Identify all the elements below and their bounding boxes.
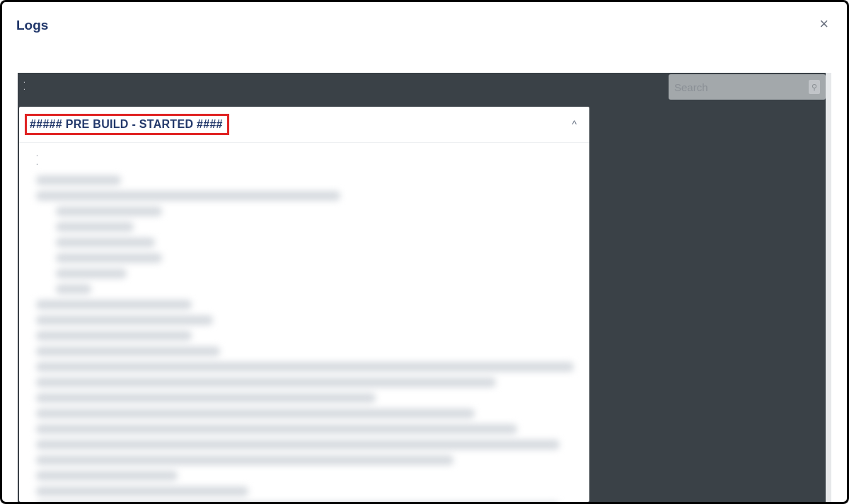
log-section-highlight: ##### PRE BUILD - STARTED #### <box>25 114 229 135</box>
search-input[interactable] <box>674 81 809 93</box>
log-dot: . <box>36 150 579 158</box>
header-bar: Logs × <box>2 2 847 33</box>
search-icon[interactable]: ⚲ <box>809 80 820 94</box>
log-body: . . <box>19 143 589 502</box>
modal-frame: Logs × . . ⚲ ##### PRE BUILD - STARTED #… <box>0 0 849 504</box>
log-section-header[interactable]: ##### PRE BUILD - STARTED #### ^ <box>19 107 589 143</box>
page-title: Logs <box>16 18 48 33</box>
search-container[interactable]: ⚲ <box>669 74 826 100</box>
log-section-title: ##### PRE BUILD - STARTED #### <box>30 118 223 130</box>
log-card: ##### PRE BUILD - STARTED #### ^ . . <box>19 107 589 502</box>
log-panel: . . ⚲ ##### PRE BUILD - STARTED #### ^ .… <box>18 73 831 502</box>
close-icon[interactable]: × <box>815 15 833 33</box>
chevron-up-icon[interactable]: ^ <box>569 116 579 133</box>
log-dot: . <box>36 158 579 167</box>
log-content-redacted <box>36 175 579 502</box>
scrollbar[interactable] <box>826 73 831 502</box>
